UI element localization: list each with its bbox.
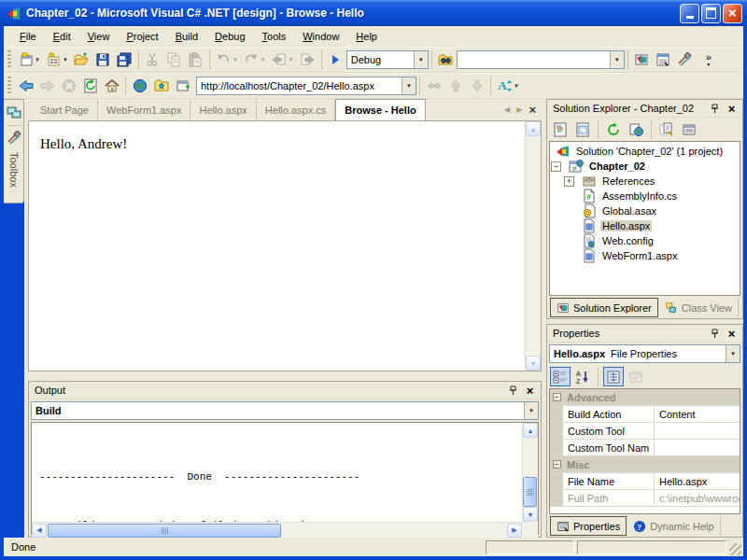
scroll-up-icon[interactable] — [526, 121, 541, 136]
output-pane-combo[interactable]: Build — [31, 401, 539, 420]
menu-file[interactable]: File — [11, 28, 45, 45]
scroll-left-icon[interactable] — [32, 524, 47, 538]
cut-icon[interactable] — [142, 49, 163, 70]
collapse-icon[interactable] — [551, 161, 561, 172]
menu-build[interactable]: Build — [167, 28, 206, 45]
new-project-icon[interactable] — [15, 49, 36, 70]
start-debug-icon[interactable] — [325, 49, 346, 70]
font-size-icon[interactable]: A — [494, 76, 515, 96]
scroll-down-icon[interactable] — [523, 507, 538, 522]
properties-icon[interactable] — [679, 119, 699, 139]
home-icon[interactable] — [101, 76, 122, 96]
document-vertical-scrollbar[interactable] — [525, 121, 541, 371]
tree-item-global-asax[interactable]: Global.asax — [550, 203, 740, 218]
copy-project-icon[interactable] — [626, 119, 646, 139]
redo-icon[interactable] — [241, 49, 262, 70]
toolbox-icon[interactable] — [6, 130, 22, 147]
tree-item-assemblyinfo[interactable]: # AssemblyInfo.cs — [550, 189, 740, 203]
toolbox-tab[interactable]: Toolbox — [4, 99, 24, 203]
view-designer-icon[interactable] — [572, 119, 593, 139]
scroll-right-icon[interactable] — [507, 524, 522, 538]
stop-icon[interactable] — [58, 76, 79, 96]
navigate-forward-icon[interactable] — [297, 49, 318, 70]
menu-edit[interactable]: Edit — [45, 28, 79, 45]
server-explorer-icon[interactable] — [6, 105, 22, 121]
pin-icon[interactable] — [708, 327, 722, 340]
property-category-misc[interactable]: Misc — [550, 456, 740, 473]
navigate-back-dropdown-icon[interactable]: ▼ — [289, 57, 294, 63]
collapse-icon[interactable] — [553, 393, 561, 401]
tab-solution-explorer[interactable]: Solution Explorer — [550, 298, 658, 317]
move-up-icon[interactable] — [444, 76, 466, 96]
undo-icon[interactable] — [213, 49, 234, 70]
toolbox-icon[interactable] — [674, 49, 696, 70]
output-text[interactable]: ---------------------- Done ------------… — [32, 423, 522, 522]
paste-icon[interactable] — [185, 49, 206, 70]
close-icon[interactable] — [725, 327, 739, 340]
redo-dropdown-icon[interactable]: ▼ — [261, 57, 266, 63]
new-project-dropdown-icon[interactable]: ▼ — [35, 57, 40, 63]
categorized-icon[interactable] — [550, 367, 571, 386]
tree-item-webform1-aspx[interactable]: WebForm1.aspx — [550, 248, 740, 263]
close-icon[interactable] — [523, 384, 537, 397]
close-icon[interactable] — [725, 102, 739, 115]
tab-hello-aspx[interactable]: Hello.aspx — [190, 99, 256, 120]
view-code-icon[interactable] — [550, 119, 571, 139]
back-icon[interactable] — [15, 76, 36, 96]
property-pages-icon[interactable] — [626, 367, 646, 386]
move-down-icon[interactable] — [466, 76, 487, 96]
tree-item-hello-aspx[interactable]: Hello.aspx — [550, 218, 740, 233]
chevron-down-icon[interactable] — [414, 51, 428, 68]
new-window-icon[interactable] — [172, 76, 193, 96]
menu-window[interactable]: Window — [294, 28, 347, 45]
expand-icon[interactable] — [564, 176, 574, 187]
tab-start-page[interactable]: Start Page — [32, 99, 98, 120]
save-icon[interactable] — [92, 49, 114, 70]
address-bar[interactable]: http://localhost/Chapter_02/Hello.aspx — [196, 77, 416, 95]
properties-window-icon[interactable] — [653, 49, 674, 70]
font-size-dropdown-icon[interactable]: ▼ — [514, 83, 519, 89]
debug-configuration-combo[interactable]: Debug — [346, 50, 429, 69]
tree-item-references[interactable]: References — [550, 174, 740, 189]
chevron-down-icon[interactable] — [726, 345, 740, 362]
toolbar-overflow-icon[interactable] — [701, 53, 716, 67]
favorites-icon[interactable] — [150, 76, 172, 96]
property-category-advanced[interactable]: Advanced — [550, 389, 740, 406]
tree-item-label[interactable]: References — [600, 175, 656, 187]
open-file-icon[interactable] — [71, 49, 92, 70]
tree-item-label[interactable]: Chapter_02 — [587, 161, 647, 172]
menu-help[interactable]: Help — [347, 28, 386, 45]
scroll-tabs-right-icon[interactable] — [516, 106, 522, 114]
tab-dynamic-help[interactable]: ? Dynamic Help — [627, 516, 720, 536]
horizontal-splitter[interactable] — [28, 371, 542, 376]
find-combo[interactable] — [457, 50, 625, 69]
close-document-icon[interactable] — [529, 104, 536, 116]
scrollbar-thumb[interactable] — [523, 477, 537, 507]
collapse-icon[interactable] — [553, 460, 561, 469]
property-value[interactable]: Hello.aspx — [655, 473, 740, 489]
menu-tools[interactable]: Tools — [254, 28, 295, 45]
tree-item-label[interactable]: WebForm1.aspx — [600, 250, 680, 261]
toolbar-grip[interactable] — [7, 50, 11, 69]
tree-item-label[interactable]: Solution 'Chapter_02' (1 project) — [574, 146, 725, 157]
menu-view[interactable]: View — [79, 28, 119, 45]
tree-item-label[interactable]: AssemblyInfo.cs — [600, 190, 679, 202]
scroll-tabs-left-icon[interactable] — [504, 106, 510, 114]
chevron-down-icon[interactable] — [524, 402, 538, 419]
property-value[interactable] — [655, 440, 740, 455]
property-row-custom-tool[interactable]: Custom Tool — [550, 423, 740, 440]
tree-item-web-config[interactable]: Web.config — [550, 233, 740, 248]
property-row-file-name[interactable]: File Name Hello.aspx — [550, 473, 740, 490]
scroll-up-icon[interactable] — [523, 423, 538, 438]
pin-icon[interactable] — [708, 102, 722, 115]
alphabetical-icon[interactable]: AZ — [572, 367, 593, 386]
maximize-button[interactable] — [701, 4, 721, 23]
swap-icon[interactable] — [423, 76, 444, 96]
tree-item-label[interactable]: Hello.aspx — [600, 220, 652, 231]
tree-item-solution[interactable]: Solution 'Chapter_02' (1 project) — [550, 144, 740, 159]
property-row-full-path[interactable]: Full Path c:\inetpub\wwwroot\C — [550, 490, 740, 507]
refresh-icon[interactable] — [603, 119, 624, 139]
toolbox-tab-label[interactable]: Toolbox — [8, 152, 20, 188]
browser-document[interactable]: Hello, Andrew! — [29, 121, 525, 371]
property-row-build-action[interactable]: Build Action Content — [550, 406, 740, 423]
